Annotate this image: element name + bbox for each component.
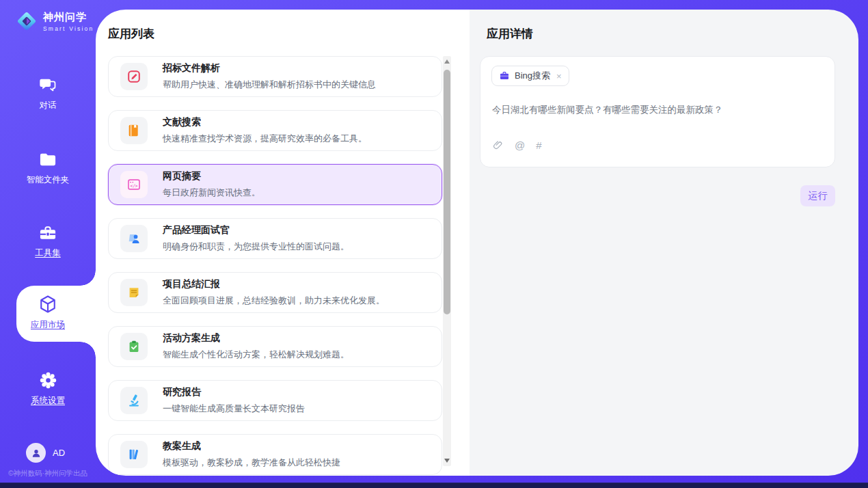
user-name: AD <box>53 448 65 458</box>
app-name: 产品经理面试官 <box>163 224 349 236</box>
app-icon-badge <box>120 441 148 468</box>
tool-tag-label: Bing搜索 <box>515 70 550 82</box>
gear-icon <box>38 370 58 390</box>
sidebar-item-toolset[interactable]: 工具集 <box>0 223 96 259</box>
sidebar-item-app-market[interactable]: 应用市场 <box>0 294 96 331</box>
app-card-bid-analysis[interactable]: 招标文件解析 帮助用户快速、准确地理解和解析招标书中的关键信息 <box>108 56 442 97</box>
sidebar-item-label: 工具集 <box>35 247 61 259</box>
sidebar-item-label: 对话 <box>40 100 57 111</box>
content-area: 应用列表 招标文件解析 帮助用户快速、准确地理解和解析招标书中的关键信 <box>96 10 858 476</box>
query-input-text[interactable]: 今日湖北有哪些新闻要点？有哪些需要关注的最新政策？ <box>492 104 820 116</box>
app-window: 神州问学 Smart Vision 对话 智能文件夹 <box>0 0 868 488</box>
sidebar-item-smart-folder[interactable]: 智能文件夹 <box>0 150 96 186</box>
app-icon-badge <box>120 333 148 360</box>
app-card-project-summary[interactable]: 项目总结汇报 全面回顾项目进展，总结经验教训，助力未来优化发展。 <box>108 272 442 313</box>
app-description: 模板驱动，教案秒成，教学准备从此轻松快捷 <box>163 457 340 469</box>
scrollbar-thumb[interactable] <box>444 70 450 314</box>
app-detail-panel: 应用详情 Bing搜索 × 今日湖北有哪些新闻要点？有哪些需要关注的最新政策？ <box>470 10 858 476</box>
paperclip-icon[interactable] <box>492 139 504 151</box>
app-card-literature-search[interactable]: 文献搜索 快速精准查找学术资源，提高研究效率的必备工具。 <box>108 110 442 151</box>
app-description: 明确身份和职责，为您提供专业性的面试问题。 <box>163 241 349 253</box>
toolbox-icon <box>38 223 57 243</box>
app-card-web-summary[interactable]: </> 网页摘要 每日政府新闻资讯快查。 <box>108 164 442 205</box>
microscope-icon <box>126 393 141 408</box>
app-icon-badge <box>120 387 148 414</box>
composer-toolbar: @ # <box>492 139 542 151</box>
app-icon-badge <box>120 63 148 90</box>
brand-logo: 神州问学 Smart Vision <box>15 10 94 33</box>
clipboard-check-icon <box>126 339 141 354</box>
app-card-lesson-plan[interactable]: 教案生成 模板驱动，教案秒成，教学准备从此轻松快捷 <box>108 434 442 475</box>
app-name: 教案生成 <box>163 440 340 452</box>
note-icon <box>126 285 141 300</box>
app-list-title: 应用列表 <box>108 26 154 42</box>
scroll-down-icon[interactable] <box>444 459 450 463</box>
at-icon[interactable]: @ <box>515 139 525 151</box>
tool-tag-bing-search[interactable]: Bing搜索 × <box>491 66 569 86</box>
app-card-pm-interviewer[interactable]: 产品经理面试官 明确身份和职责，为您提供专业性的面试问题。 <box>108 218 442 259</box>
svg-text:</>: </> <box>131 183 138 188</box>
app-name: 招标文件解析 <box>163 62 376 74</box>
app-description: 全面回顾项目进展，总结经验教训，助力未来优化发展。 <box>163 295 385 307</box>
chat-icon <box>38 76 57 95</box>
sidebar-item-label: 应用市场 <box>31 319 65 331</box>
briefcase-icon <box>499 70 510 81</box>
app-name: 活动方案生成 <box>163 332 349 344</box>
app-description: 每日政府新闻资讯快查。 <box>163 187 260 199</box>
brand-title: 神州问学 <box>43 11 94 24</box>
browser-code-icon: </> <box>126 177 141 192</box>
avatar <box>26 443 46 463</box>
app-icon-badge <box>120 279 148 306</box>
app-list-scrollbar[interactable] <box>443 56 451 466</box>
query-card[interactable]: Bing搜索 × 今日湖北有哪些新闻要点？有哪些需要关注的最新政策？ @ # <box>480 56 835 167</box>
sidebar-item-settings[interactable]: 系统设置 <box>0 370 96 407</box>
scroll-up-icon[interactable] <box>444 59 450 64</box>
sidebar-item-label: 智能文件夹 <box>27 174 70 186</box>
copyright-text: ©神州数码·神州问学出品 <box>0 469 96 478</box>
run-button[interactable]: 运行 <box>800 185 835 206</box>
gem-diamond-icon <box>15 10 38 33</box>
sidebar: 神州问学 Smart Vision 对话 智能文件夹 <box>0 0 96 483</box>
interviewer-icon <box>126 231 141 246</box>
app-icon-badge <box>120 117 148 144</box>
app-icon-badge: </> <box>120 171 148 198</box>
app-name: 网页摘要 <box>163 170 260 182</box>
app-description: 一键智能生成高质量长文本研究报告 <box>163 403 305 415</box>
app-card-list: 招标文件解析 帮助用户快速、准确地理解和解析招标书中的关键信息 <box>108 56 442 476</box>
sidebar-item-label: 系统设置 <box>31 395 65 407</box>
close-icon[interactable]: × <box>556 71 562 81</box>
user-account[interactable]: AD <box>26 443 65 463</box>
pen-square-icon <box>126 69 141 84</box>
app-description: 智能生成个性化活动方案，轻松解决规划难题。 <box>163 349 349 361</box>
app-list-panel: 应用列表 招标文件解析 帮助用户快速、准确地理解和解析招标书中的关键信 <box>96 10 470 476</box>
app-description: 帮助用户快速、准确地理解和解析招标书中的关键信息 <box>163 79 376 91</box>
book-icon <box>126 123 141 138</box>
books-icon <box>126 447 141 462</box>
hash-icon[interactable]: # <box>536 139 541 151</box>
app-name: 项目总结汇报 <box>163 278 385 290</box>
app-icon-badge <box>120 225 148 252</box>
app-card-research-report[interactable]: 研究报告 一键智能生成高质量长文本研究报告 <box>108 380 442 421</box>
app-description: 快速精准查找学术资源，提高研究效率的必备工具。 <box>163 133 367 145</box>
sidebar-item-chat[interactable]: 对话 <box>0 76 96 111</box>
folder-icon <box>38 150 57 170</box>
app-name: 研究报告 <box>163 386 305 398</box>
person-icon <box>30 447 42 459</box>
app-card-event-plan[interactable]: 活动方案生成 智能生成个性化活动方案，轻松解决规划难题。 <box>108 326 442 367</box>
app-name: 文献搜索 <box>163 116 367 128</box>
bottom-bar <box>0 483 868 488</box>
brand-subtitle: Smart Vision <box>43 25 94 32</box>
app-detail-title: 应用详情 <box>487 26 533 42</box>
cube-icon <box>38 294 58 314</box>
